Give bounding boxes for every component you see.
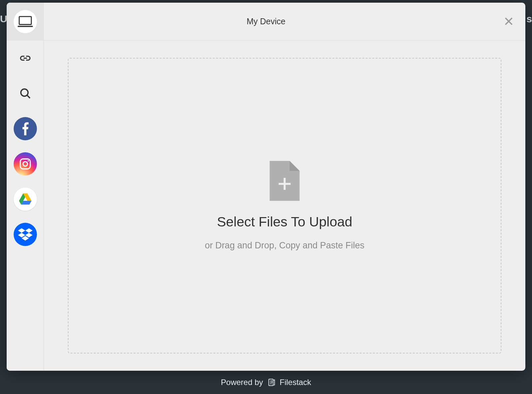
svg-point-4 (28, 160, 29, 162)
source-instagram[interactable] (7, 146, 44, 182)
close-button[interactable] (502, 15, 515, 28)
facebook-icon (22, 122, 29, 135)
main-area: Select Files To Upload or Drag and Drop,… (44, 41, 525, 371)
file-picker-modal: My Device (7, 3, 525, 371)
footer-brand: Filestack (280, 378, 311, 387)
svg-point-3 (23, 162, 27, 166)
header-title: My Device (7, 17, 525, 26)
instagram-icon (19, 157, 32, 171)
source-link[interactable] (7, 41, 44, 76)
footer-prefix: Powered by (221, 378, 263, 387)
filestack-logo-icon (267, 378, 276, 387)
source-web-search[interactable] (7, 76, 44, 111)
dropbox-icon (18, 228, 33, 241)
close-icon (504, 16, 514, 26)
computer-icon (18, 14, 33, 29)
file-add-icon (270, 161, 300, 201)
picker-body: Select Files To Upload or Drag and Drop,… (7, 41, 525, 371)
link-icon (19, 52, 32, 65)
search-icon (19, 87, 32, 100)
source-facebook[interactable] (7, 111, 44, 146)
powered-by-footer[interactable]: Powered by Filestack (0, 371, 532, 394)
svg-rect-0 (19, 17, 31, 25)
google-drive-icon (19, 193, 32, 205)
source-google-drive[interactable] (7, 182, 44, 217)
upload-dropzone[interactable]: Select Files To Upload or Drag and Drop,… (68, 58, 501, 353)
background-text-right: s (526, 13, 532, 25)
source-my-device[interactable] (7, 3, 44, 41)
source-sidebar (7, 41, 44, 371)
picker-header: My Device (7, 3, 525, 41)
dropzone-subtitle: or Drag and Drop, Copy and Paste Files (205, 240, 364, 251)
source-dropbox[interactable] (7, 217, 44, 252)
dropzone-title: Select Files To Upload (217, 214, 352, 230)
